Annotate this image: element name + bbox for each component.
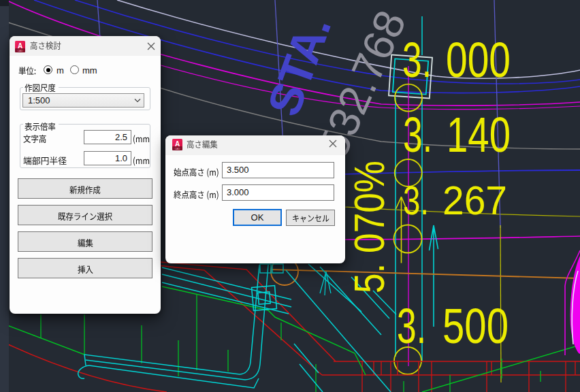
svg-text:CAD: CAD	[18, 50, 23, 52]
svg-text:267: 267	[442, 178, 507, 223]
svg-text:CAD: CAD	[175, 148, 180, 150]
svg-text:000: 000	[446, 33, 511, 87]
svg-text:3.: 3.	[403, 178, 429, 223]
svg-text:A: A	[18, 42, 22, 50]
svg-text:A: A	[175, 140, 180, 148]
svg-text:140: 140	[447, 108, 511, 162]
svg-text:3.: 3.	[403, 108, 432, 162]
svg-text:500: 500	[442, 299, 509, 353]
svg-text:3.: 3.	[397, 299, 426, 353]
svg-text:5. 070%: 5. 070%	[345, 161, 393, 293]
